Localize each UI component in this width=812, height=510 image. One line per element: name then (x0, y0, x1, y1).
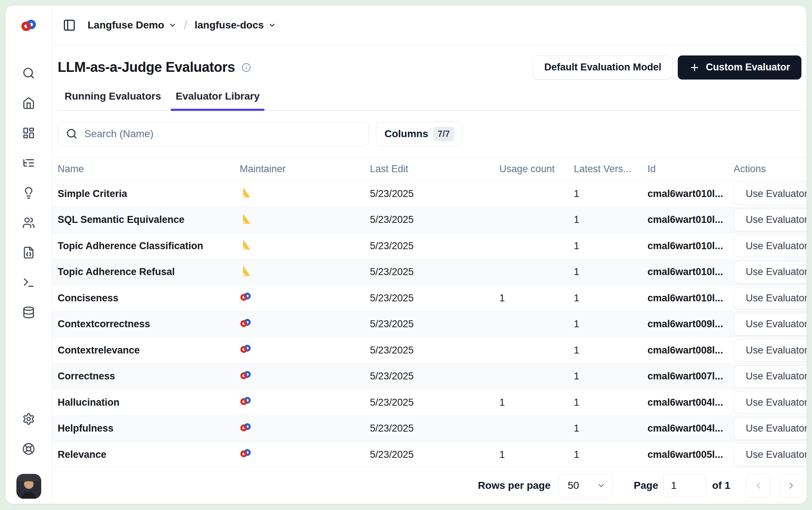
dashboard-icon (22, 127, 35, 139)
actions-cell: Use Evaluator (734, 417, 807, 440)
terminal-icon (22, 276, 35, 289)
table-row[interactable]: Hallucination 5/23/2025 1 1 cmal6wart004… (52, 390, 807, 416)
table-row[interactable]: Correctness 5/23/2025 1 cmal6wart007l...… (52, 364, 807, 390)
maintainer-cell (240, 369, 370, 384)
search-box (58, 121, 369, 146)
actions-cell: Use Evaluator (734, 391, 807, 414)
sidebar-playground-button[interactable] (22, 246, 36, 259)
lightbulb-icon (22, 186, 35, 199)
column-header-usage-count: Usage count (499, 163, 574, 175)
search-icon (22, 67, 35, 80)
actions-cell: Use Evaluator (734, 313, 807, 336)
user-avatar[interactable] (16, 474, 41, 499)
latest-version-cell: 1 (574, 397, 647, 408)
sidebar-users-button[interactable] (22, 216, 36, 229)
use-evaluator-button[interactable]: Use Evaluator (734, 443, 807, 466)
maintainer-cell (240, 239, 370, 253)
info-icon[interactable] (241, 63, 251, 72)
actions-cell: Use Evaluator (734, 443, 807, 466)
chevron-left-icon (753, 480, 763, 491)
actions-cell: Use Evaluator (734, 287, 807, 309)
use-evaluator-button[interactable]: Use Evaluator (734, 209, 807, 231)
use-evaluator-button[interactable]: Use Evaluator (734, 391, 807, 414)
ragas-icon (240, 239, 252, 251)
tab-running-evaluators[interactable]: Running Evaluators (60, 90, 166, 110)
default-evaluation-model-button[interactable]: Default Evaluation Model (533, 55, 673, 80)
column-header-actions: Actions (734, 163, 807, 175)
sidebar-terminal-button[interactable] (22, 275, 36, 289)
sidebar-settings-button[interactable] (22, 412, 36, 426)
evaluator-name: Relevance (52, 449, 240, 460)
evaluator-name: Simple Criteria (52, 188, 240, 200)
id-cell: cmal6wart009l... (647, 318, 734, 330)
maintainer-cell (240, 447, 370, 462)
rows-per-page-value: 50 (568, 480, 579, 491)
use-evaluator-button[interactable]: Use Evaluator (734, 261, 807, 283)
use-evaluator-button[interactable]: Use Evaluator (734, 339, 807, 362)
sidebar-tracing-button[interactable] (22, 156, 36, 170)
search-icon (66, 128, 77, 139)
latest-version-cell: 1 (574, 214, 647, 225)
maintainer-cell (240, 265, 370, 279)
topbar: Langfuse Demo / langfuse-docs (52, 5, 807, 45)
table-row[interactable]: Conciseness 5/23/2025 1 1 cmal6wart010l.… (52, 285, 807, 312)
sidebar-datasets-button[interactable] (22, 305, 36, 319)
sidebar-support-button[interactable] (22, 442, 36, 456)
sidebar-prompts-button[interactable] (22, 186, 36, 200)
search-input[interactable] (84, 128, 368, 140)
use-evaluator-button[interactable]: Use Evaluator (734, 182, 807, 205)
column-header-name: Name (52, 163, 240, 175)
database-icon (22, 306, 35, 319)
table-row[interactable]: Helpfulness 5/23/2025 1 cmal6wart004l...… (52, 416, 807, 442)
rows-per-page-select[interactable]: 50 (558, 474, 613, 497)
ragas-icon (240, 186, 252, 198)
last-edit-cell: 5/23/2025 (370, 214, 499, 225)
chevron-down-icon (268, 21, 276, 29)
project-switcher[interactable]: Langfuse Demo (88, 19, 177, 31)
columns-count-badge: 7/7 (433, 127, 454, 141)
sidebar-dashboards-button[interactable] (22, 126, 36, 140)
evaluator-name: Contextcorrectness (52, 318, 240, 330)
breadcrumb-separator: / (184, 18, 187, 32)
actions-cell: Use Evaluator (734, 339, 807, 362)
langfuse-icon (240, 291, 252, 303)
table-row[interactable]: Contextrelevance 5/23/2025 1 cmal6wart00… (52, 337, 807, 364)
sidebar-toggle-button[interactable] (63, 19, 76, 32)
last-edit-cell: 5/23/2025 (370, 371, 499, 382)
columns-button[interactable]: Columns 7/7 (376, 121, 463, 146)
last-edit-cell: 5/23/2025 (370, 266, 499, 278)
page-input[interactable] (663, 474, 706, 497)
latest-version-cell: 1 (574, 318, 647, 330)
table-row[interactable]: Topic Adherence Refusal 5/23/2025 1 cmal… (52, 259, 807, 286)
sidebar (5, 5, 52, 504)
use-evaluator-button[interactable]: Use Evaluator (734, 365, 807, 388)
use-evaluator-button[interactable]: Use Evaluator (734, 287, 807, 309)
langfuse-logo-icon (20, 17, 37, 34)
use-evaluator-button[interactable]: Use Evaluator (734, 417, 807, 440)
latest-version-cell: 1 (574, 188, 647, 200)
tab-evaluator-library[interactable]: Evaluator Library (171, 90, 264, 110)
next-page-button[interactable] (779, 474, 803, 498)
table-row[interactable]: Contextcorrectness 5/23/2025 1 cmal6wart… (52, 312, 807, 338)
table-row[interactable]: SQL Semantic Equivalence 5/23/2025 1 cma… (52, 207, 807, 233)
sidebar-home-button[interactable] (22, 96, 36, 110)
evaluator-table: Name Maintainer Last Edit Usage count La… (52, 157, 807, 467)
list-tree-icon (22, 157, 35, 169)
rows-per-page-label: Rows per page (478, 480, 550, 491)
maintainer-cell (240, 213, 370, 227)
table-row[interactable]: Relevance 5/23/2025 1 1 cmal6wart005l...… (52, 442, 807, 467)
use-evaluator-button[interactable]: Use Evaluator (734, 235, 807, 257)
id-cell: cmal6wart010l... (647, 188, 734, 200)
usage-count-cell: 1 (499, 449, 574, 460)
users-icon (22, 216, 35, 229)
sidebar-search-button[interactable] (22, 66, 36, 80)
environment-switcher[interactable]: langfuse-docs (194, 19, 276, 31)
use-evaluator-button[interactable]: Use Evaluator (734, 313, 807, 336)
table-toolbar: Columns 7/7 (58, 121, 801, 146)
actions-cell: Use Evaluator (734, 209, 807, 231)
actions-cell: Use Evaluator (734, 182, 807, 205)
table-row[interactable]: Simple Criteria 5/23/2025 1 cmal6wart010… (52, 181, 807, 207)
table-row[interactable]: Topic Adherence Classification 5/23/2025… (52, 233, 807, 259)
previous-page-button[interactable] (746, 474, 770, 498)
custom-evaluator-button[interactable]: Custom Evaluator (678, 55, 801, 80)
